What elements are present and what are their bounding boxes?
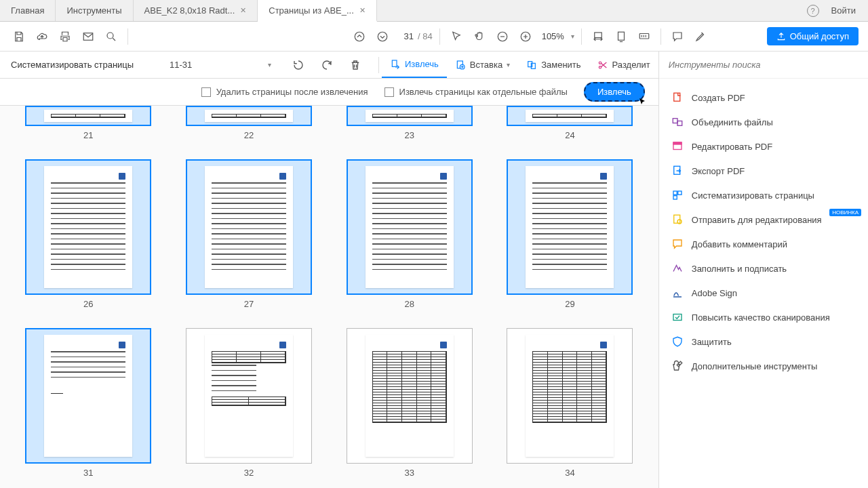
page-thumbnail[interactable]: 34 <box>502 328 638 478</box>
tool-organize[interactable]: Систематизировать страницы <box>659 183 868 207</box>
tool-create-pdf[interactable]: Создать PDF <box>659 85 868 110</box>
page-current[interactable]: 31 <box>396 31 414 41</box>
rotate-right-icon[interactable] <box>317 56 336 75</box>
mail-icon[interactable] <box>79 27 98 46</box>
separate-files-checkbox[interactable]: Извлечь страницы как отдельные файлы <box>384 87 568 97</box>
page-number: 21 <box>83 130 93 140</box>
tool-export-pdf[interactable]: Экспорт PDF <box>659 159 868 183</box>
page-up-icon[interactable] <box>350 27 369 46</box>
svg-rect-24 <box>673 196 677 199</box>
close-icon[interactable]: ✕ <box>359 6 366 15</box>
split-label: Разделит <box>612 60 650 70</box>
page-thumbnail[interactable]: 26 <box>20 159 157 309</box>
page-thumbnail[interactable]: 29 <box>502 159 638 309</box>
tab-tools[interactable]: Инструменты <box>56 0 133 21</box>
cursor-icon <box>638 98 646 106</box>
zoom-in-icon[interactable] <box>516 27 535 46</box>
insert-action[interactable]: Вставка▾ <box>447 52 518 78</box>
page-range-dropdown[interactable]: 11-31 ▾ <box>163 56 278 75</box>
svg-point-1 <box>107 33 113 39</box>
share-button[interactable]: Общий доступ <box>767 27 859 45</box>
rotate-left-icon[interactable] <box>289 56 308 75</box>
extract-action[interactable]: Извлечь <box>382 52 447 78</box>
delete-after-checkbox[interactable]: Удалить страницы после извлечения <box>201 87 368 97</box>
page-number: 34 <box>565 468 574 478</box>
page-thumbnail[interactable]: 31 <box>20 328 157 478</box>
new-badge: НОВИНКА <box>829 209 861 216</box>
checkbox-label: Удалить страницы после извлечения <box>216 87 368 97</box>
svg-rect-6 <box>595 33 602 38</box>
hand-icon[interactable] <box>470 27 489 46</box>
login-link[interactable]: Войти <box>831 5 856 16</box>
organize-title: Систематизировать страницы <box>0 60 163 70</box>
select-icon[interactable] <box>447 27 466 46</box>
zoom-out-icon[interactable] <box>493 27 512 46</box>
tool-combine[interactable]: Объединить файлы <box>659 110 868 134</box>
svg-rect-18 <box>677 121 682 126</box>
upload-icon <box>776 32 786 41</box>
organize-toolbar: Систематизировать страницы 11-31 ▾ Извле… <box>0 52 658 79</box>
page-number: 26 <box>83 299 93 309</box>
replace-action[interactable]: Заменить <box>518 52 589 78</box>
search-icon[interactable] <box>102 27 121 46</box>
highlight-icon[interactable] <box>691 27 710 46</box>
page-number: 31 <box>83 468 93 478</box>
chevron-down-icon[interactable]: ▾ <box>571 33 574 40</box>
tab-document-2[interactable]: Страницы из ABE_...✕ <box>258 0 377 22</box>
tab-label: ABE_K2 8,0x18 Radt... <box>144 5 235 16</box>
extract-button[interactable]: Извлечь <box>584 82 645 102</box>
cloud-icon[interactable] <box>33 27 52 46</box>
tools-search-input[interactable] <box>669 60 859 70</box>
zoom-value[interactable]: 105% <box>539 31 567 41</box>
page-number: 33 <box>405 468 414 478</box>
tool-send-review[interactable]: Отправить для редактированияНОВИНКА <box>659 207 868 232</box>
page-thumbnail[interactable]: 32 <box>181 328 317 478</box>
svg-rect-25 <box>674 215 680 223</box>
page-thumbnails-area[interactable]: 212223242627282931323334 <box>0 106 658 488</box>
comment-icon[interactable] <box>668 27 687 46</box>
tool-label: Редактировать PDF <box>692 142 772 152</box>
svg-rect-8 <box>639 33 649 39</box>
page-thumbnail[interactable]: 21 <box>20 106 157 140</box>
close-icon[interactable]: ✕ <box>240 6 246 15</box>
save-icon[interactable] <box>9 27 28 46</box>
page-thumbnail[interactable]: 27 <box>181 159 317 309</box>
page-thumbnail[interactable]: 22 <box>181 106 317 140</box>
tool-label: Adobe Sign <box>692 288 737 298</box>
tool-label: Систематизировать страницы <box>692 190 814 201</box>
tool-adobe-sign[interactable]: Adobe Sign <box>659 281 868 305</box>
page-thumbnail[interactable]: 23 <box>341 106 477 140</box>
share-label: Общий доступ <box>790 31 849 41</box>
print-icon[interactable] <box>56 27 75 46</box>
help-icon[interactable]: ? <box>807 5 819 17</box>
tool-fill-sign[interactable]: Заполнить и подписать <box>659 256 868 281</box>
svg-rect-16 <box>674 93 680 101</box>
tool-protect[interactable]: Защитить <box>659 329 868 354</box>
checkbox-label: Извлечь страницы как отдельные файлы <box>399 87 568 97</box>
tool-label: Повысить качество сканирования <box>692 312 830 323</box>
tool-more[interactable]: Дополнительные инструменты <box>659 354 868 378</box>
fit-page-icon[interactable] <box>612 27 631 46</box>
replace-label: Заменить <box>541 60 580 70</box>
svg-rect-22 <box>673 191 677 195</box>
svg-rect-9 <box>392 60 397 66</box>
page-thumbnail[interactable]: 28 <box>341 159 477 309</box>
split-action[interactable]: Разделит <box>589 52 658 78</box>
page-number: 28 <box>405 299 414 309</box>
tab-bar: Главная Инструменты ABE_K2 8,0x18 Radt..… <box>0 0 868 22</box>
tab-home[interactable]: Главная <box>0 0 56 21</box>
svg-rect-7 <box>618 32 624 40</box>
page-thumbnail[interactable]: 24 <box>502 106 638 140</box>
tool-edit-pdf[interactable]: Редактировать PDF <box>659 134 868 159</box>
fit-width-icon[interactable] <box>589 27 608 46</box>
extract-button-label: Извлечь <box>597 87 631 97</box>
page-thumbnail[interactable]: 33 <box>341 328 477 478</box>
page-down-icon[interactable] <box>373 27 392 46</box>
tool-enhance-scan[interactable]: Повысить качество сканирования <box>659 305 868 329</box>
read-mode-icon[interactable] <box>635 27 654 46</box>
tools-search[interactable] <box>659 52 868 79</box>
delete-icon[interactable] <box>346 56 365 75</box>
page-number: 24 <box>565 130 574 140</box>
tool-comment[interactable]: Добавить комментарий <box>659 232 868 256</box>
tab-document-1[interactable]: ABE_K2 8,0x18 Radt...✕ <box>134 0 258 21</box>
